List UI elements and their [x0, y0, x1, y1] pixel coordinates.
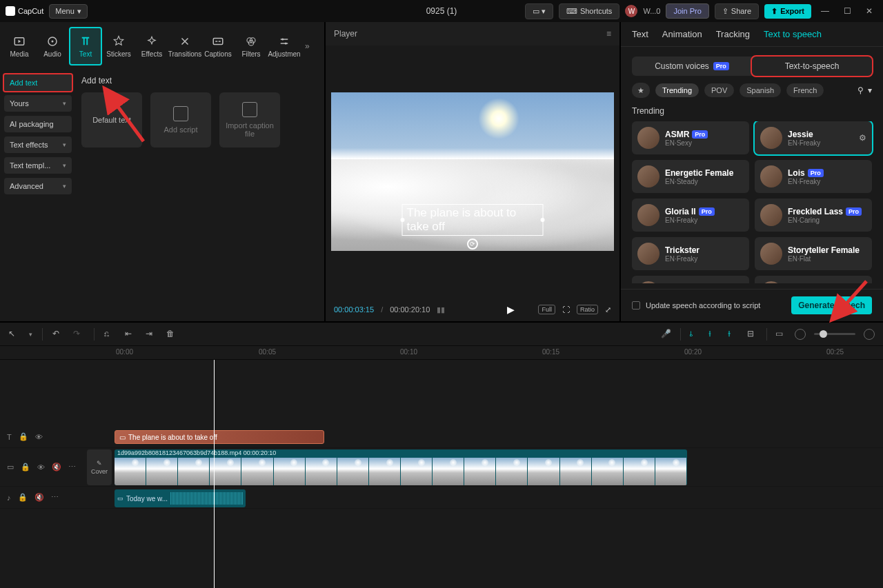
update-speech-checkbox[interactable] — [632, 301, 640, 310]
sun-graphic — [478, 98, 519, 139]
tile-default-text[interactable]: Default text — [81, 92, 142, 148]
redo-icon[interactable]: ↷ — [73, 329, 84, 340]
chevron-down-icon[interactable]: ▾ — [868, 85, 872, 95]
cover-button[interactable]: ✎ Cover — [87, 449, 112, 485]
voice-freckled-lass[interactable]: Freckled LassProEN·Caring — [755, 199, 872, 232]
lock-icon[interactable]: 🔒 — [19, 432, 28, 441]
menu-button[interactable]: Menu▾ — [49, 4, 88, 19]
shortcuts-button[interactable]: ⌨ Shortcuts — [559, 3, 619, 19]
favorites-chip[interactable]: ★ — [632, 83, 650, 98]
maximize-icon[interactable]: ☐ — [839, 6, 855, 16]
visibility-icon[interactable]: 👁 — [37, 463, 45, 472]
rtab-tracking[interactable]: Tracking — [716, 29, 750, 39]
sidebar-item-text-effects[interactable]: Text effects — [4, 136, 72, 153]
zoom-out-icon[interactable] — [795, 329, 806, 340]
rtab-text-to-speech[interactable]: Text to speech — [764, 29, 822, 39]
visibility-icon[interactable]: 👁 — [35, 433, 43, 441]
video-clip[interactable]: 1d99a992b808181234670​63b9d74b188.mp4 00… — [115, 449, 687, 485]
layout-toggle[interactable]: ▭ ▾ — [525, 3, 553, 19]
voice-options-icon[interactable]: ⚙ — [859, 133, 866, 143]
tab-filters[interactable]: Filters — [235, 27, 268, 65]
voice-gloria-ii[interactable]: Gloria IIProEN·Freaky — [632, 199, 749, 232]
zoom-in-icon[interactable] — [864, 329, 875, 340]
tab-transitions[interactable]: Transitions — [168, 27, 201, 65]
crop-icon[interactable]: ⛶ — [562, 305, 570, 314]
voice-energetic-female[interactable]: Energetic FemaleEN·Steady — [632, 160, 749, 193]
voice-trickster[interactable]: TricksterEN·Freaky — [632, 237, 749, 270]
magnet-main-icon[interactable]: ⫰ — [689, 329, 700, 340]
mute-icon[interactable]: 🔇 — [52, 463, 61, 472]
select-tool-icon[interactable]: ↖ — [8, 329, 19, 340]
rtab-text[interactable]: Text — [632, 29, 648, 39]
tab-effects[interactable]: Effects — [135, 27, 168, 65]
undo-icon[interactable]: ↶ — [52, 329, 63, 340]
rotate-handle-icon[interactable]: ⟳ — [467, 239, 478, 250]
trim-left-icon[interactable]: ⇤ — [125, 329, 136, 340]
join-pro-button[interactable]: Join Pro — [666, 3, 708, 19]
filter-icon[interactable]: ⚲ — [857, 85, 864, 95]
magnet-link-icon[interactable]: ⫳ — [728, 329, 739, 340]
voice-spanish-male[interactable]: Spanish MaleES·Caring — [755, 276, 872, 283]
preview-canvas[interactable]: The plane is about to take off ⟳ — [331, 92, 614, 251]
align-icon[interactable]: ⊟ — [747, 329, 758, 340]
voice-female-sales-ii[interactable]: Female Sales IIProEN·Caring — [632, 276, 749, 283]
chip-spanish[interactable]: Spanish — [740, 83, 781, 97]
full-button[interactable]: Full — [538, 305, 555, 314]
track-more-icon[interactable]: ⋯ — [51, 493, 59, 502]
tab-media[interactable]: Media — [3, 27, 36, 65]
sidebar-item-add-text[interactable]: Add text — [4, 74, 72, 91]
workspace-avatar[interactable]: W — [625, 5, 637, 17]
tile-import-caption[interactable]: Import caption file — [219, 92, 280, 148]
chip-pov[interactable]: POV — [704, 83, 734, 97]
tab-captions[interactable]: Captions — [201, 27, 235, 65]
share-button[interactable]: ⇪ Share — [715, 3, 759, 19]
close-icon[interactable]: ✕ — [861, 6, 877, 16]
text-overlay[interactable]: The plane is about to take off — [402, 204, 544, 236]
svg-point-2 — [52, 40, 54, 42]
minimize-icon[interactable]: — — [817, 6, 833, 16]
select-dropdown-icon[interactable]: ▾ — [29, 331, 32, 338]
chip-trending[interactable]: Trending — [655, 83, 699, 97]
voice-jessie[interactable]: JessieEN·Freaky⚙ — [755, 121, 872, 154]
ratio-button[interactable]: Ratio — [577, 305, 598, 314]
preview-toggle-icon[interactable]: ▭ — [775, 329, 786, 340]
sidebar-item-text-templates[interactable]: Text templ... — [4, 157, 72, 174]
sidebar-item-yours[interactable]: Yours — [4, 95, 72, 112]
lock-icon[interactable]: 🔒 — [21, 463, 30, 472]
tab-stickers[interactable]: Stickers — [102, 27, 135, 65]
zoom-slider[interactable] — [814, 333, 855, 335]
sidebar-item-advanced[interactable]: Advanced — [4, 178, 72, 194]
mode-text-to-speech[interactable]: Text-to-speech — [752, 57, 872, 76]
play-button[interactable]: ▶ — [507, 304, 515, 315]
export-button[interactable]: ⬆ Export — [764, 4, 811, 19]
mic-icon[interactable]: 🎤 — [661, 329, 672, 340]
playhead[interactable] — [214, 360, 215, 588]
tab-adjustment[interactable]: Adjustmen — [268, 27, 301, 65]
voice-lois[interactable]: LoisProEN·Freaky — [755, 160, 872, 193]
trim-right-icon[interactable]: ⇥ — [146, 329, 157, 340]
color-bars-icon[interactable]: ▮▮ — [437, 305, 445, 314]
mute-icon[interactable]: 🔇 — [34, 493, 44, 502]
timeline-ruler[interactable]: 00:00 00:05 00:10 00:15 00:20 00:25 — [0, 346, 883, 360]
generate-speech-button[interactable]: Generate speech — [791, 296, 872, 314]
lock-icon[interactable]: 🔒 — [18, 493, 28, 502]
tab-audio[interactable]: Audio — [36, 27, 69, 65]
delete-icon[interactable]: 🗑 — [166, 329, 177, 340]
rtab-animation[interactable]: Animation — [662, 29, 702, 39]
tile-add-script[interactable]: Add script — [150, 92, 211, 148]
audio-clip[interactable]: ▭ Today we w... — [115, 489, 246, 507]
voice-asmr[interactable]: ASMRProEN·Sexy — [632, 121, 749, 154]
more-tabs-icon[interactable]: » — [301, 41, 314, 51]
split-icon[interactable]: ⎌ — [104, 329, 115, 340]
waveform — [170, 492, 243, 505]
text-clip[interactable]: ▭ The plane is about to take off — [115, 430, 324, 444]
preview-menu-icon[interactable]: ≡ — [606, 29, 611, 39]
voice-storyteller-female[interactable]: Storyteller FemaleEN·Flat — [755, 237, 872, 270]
fullscreen-icon[interactable]: ⤢ — [605, 305, 611, 314]
chip-french[interactable]: French — [786, 83, 824, 97]
mode-custom-voices[interactable]: Custom voicesPro — [632, 57, 752, 76]
sidebar-item-ai-packaging[interactable]: AI packaging — [4, 116, 72, 132]
tab-text[interactable]: Text — [69, 27, 102, 65]
magnet-aux-icon[interactable]: ⫲ — [708, 329, 720, 340]
track-more-icon[interactable]: ⋯ — [68, 463, 76, 472]
